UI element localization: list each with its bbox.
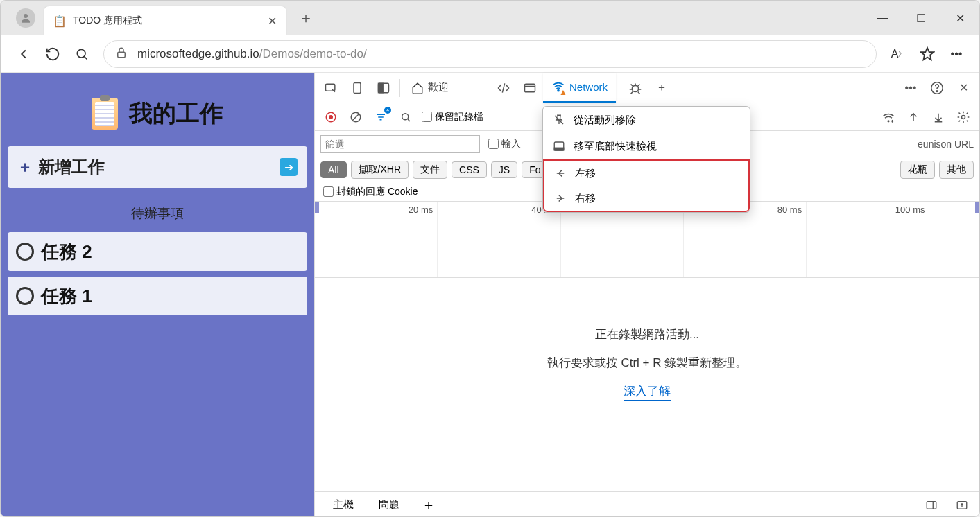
add-task-label: 新增工作 bbox=[38, 156, 280, 178]
address-bar: microsoftedge.github.io/Demos/demo-to-do… bbox=[1, 35, 979, 73]
arrow-right-icon bbox=[554, 192, 567, 204]
titlebar: 📋 TODO 應用程式 ✕ ＋ — ☐ ✕ bbox=[1, 1, 979, 35]
drawer-add-tab[interactable]: ＋ bbox=[412, 496, 445, 514]
profile-avatar[interactable] bbox=[16, 8, 35, 28]
help-button[interactable] bbox=[924, 75, 950, 101]
clipboard-icon: 📋 bbox=[53, 15, 66, 27]
export-har-button[interactable] bbox=[927, 105, 950, 129]
svg-point-16 bbox=[888, 121, 889, 122]
tab-bug[interactable] bbox=[622, 75, 648, 101]
svg-rect-3 bbox=[326, 84, 335, 91]
type-all[interactable]: All bbox=[320, 161, 347, 178]
search-button[interactable] bbox=[67, 40, 96, 69]
tab-welcome[interactable]: 歡迎 bbox=[403, 73, 457, 103]
add-task-input[interactable]: ＋ 新增工作 ➜ bbox=[8, 146, 307, 188]
filter-toggle-button[interactable]: × bbox=[369, 105, 393, 129]
preserve-log-checkbox[interactable]: 保留記錄檔 bbox=[419, 111, 486, 123]
dock-bottom-icon bbox=[553, 140, 565, 152]
svg-rect-4 bbox=[354, 82, 361, 93]
inspect-element-button[interactable] bbox=[318, 75, 344, 101]
close-devtools-button[interactable]: ✕ bbox=[950, 75, 977, 101]
import-har-button[interactable] bbox=[902, 105, 925, 129]
devtools-panel: 歡迎 ▲ Network ＋ ••• ✕ × 保留記錄檔 bbox=[314, 73, 979, 517]
favorite-button[interactable] bbox=[913, 40, 942, 69]
timeline-handle-right[interactable] bbox=[975, 202, 979, 213]
task-radio-icon[interactable] bbox=[16, 287, 34, 305]
minimize-button[interactable]: — bbox=[863, 1, 902, 35]
device-toggle-button[interactable] bbox=[344, 75, 370, 101]
back-button[interactable] bbox=[9, 40, 38, 69]
task-name: 任務 2 bbox=[41, 240, 92, 264]
clear-button[interactable] bbox=[344, 105, 368, 129]
refresh-button[interactable] bbox=[38, 40, 67, 69]
svg-point-1 bbox=[77, 49, 85, 58]
window-controls: — ☐ ✕ bbox=[863, 1, 979, 35]
type-other[interactable]: 其他 bbox=[939, 161, 974, 179]
page-header: 我的工作 bbox=[8, 80, 307, 146]
url-text: microsoftedge.github.io/Demos/demo-to-do… bbox=[137, 47, 367, 61]
tab-network[interactable]: ▲ Network bbox=[543, 73, 616, 103]
tab-elements[interactable] bbox=[490, 75, 517, 101]
type-css[interactable]: CSS bbox=[452, 161, 487, 178]
close-tab-button[interactable]: ✕ bbox=[268, 15, 277, 28]
blocked-cookies-checkbox[interactable]: 封鎖的回應 Cookie bbox=[320, 186, 420, 198]
drawer-tab-host[interactable]: 主機 bbox=[320, 492, 366, 518]
more-tools-button[interactable]: ••• bbox=[897, 75, 924, 101]
devtools-tabbar: 歡迎 ▲ Network ＋ ••• ✕ bbox=[315, 73, 979, 103]
search-network-button[interactable] bbox=[394, 105, 418, 129]
ctx-move-right[interactable]: 右移 bbox=[543, 186, 750, 212]
clipboard-logo-icon bbox=[92, 98, 118, 130]
maximize-button[interactable]: ☐ bbox=[902, 1, 940, 35]
settings-gear-button[interactable] bbox=[952, 105, 975, 129]
tab-console[interactable] bbox=[517, 75, 543, 101]
dock-side-button[interactable] bbox=[370, 75, 397, 101]
browser-tab[interactable]: 📋 TODO 應用程式 ✕ bbox=[44, 6, 286, 35]
learn-more-link[interactable]: 深入了解 bbox=[624, 383, 671, 401]
add-tab-button[interactable]: ＋ bbox=[648, 75, 675, 101]
type-js[interactable]: JS bbox=[491, 161, 517, 178]
plus-icon: ＋ bbox=[17, 157, 33, 177]
task-item[interactable]: 任務 2 bbox=[8, 232, 307, 271]
type-vase[interactable]: 花瓶 bbox=[900, 161, 935, 179]
invert-checkbox[interactable]: 輸入 bbox=[485, 138, 524, 150]
read-aloud-button[interactable]: A》 bbox=[884, 40, 913, 69]
cutoff-text: eunison URL bbox=[918, 139, 974, 150]
more-button[interactable]: ••• bbox=[942, 40, 971, 69]
svg-rect-7 bbox=[525, 84, 535, 92]
svg-point-0 bbox=[24, 14, 28, 18]
network-empty-state: 正在錄製網路活動... 執行要求或按 Ctrl + R 錄製重新整理。 深入了解 bbox=[315, 278, 979, 491]
todo-section-label: 待辦事項 bbox=[8, 204, 307, 222]
unpin-icon bbox=[553, 114, 565, 126]
filter-input[interactable] bbox=[320, 135, 480, 153]
svg-rect-6 bbox=[379, 83, 384, 92]
submit-task-button[interactable]: ➜ bbox=[280, 158, 298, 176]
new-tab-button[interactable]: ＋ bbox=[293, 6, 318, 30]
svg-point-11 bbox=[936, 90, 937, 91]
task-item[interactable]: 任務 1 bbox=[8, 277, 307, 315]
drawer-expand-button[interactable] bbox=[950, 493, 974, 517]
svg-rect-21 bbox=[554, 148, 564, 150]
recording-hint: 執行要求或按 Ctrl + R 錄製重新整理。 bbox=[547, 355, 748, 371]
network-conditions-button[interactable] bbox=[877, 105, 900, 129]
svg-point-13 bbox=[329, 115, 333, 119]
ctx-move-bottom[interactable]: 移至底部快速檢視 bbox=[543, 133, 750, 159]
svg-point-17 bbox=[962, 115, 965, 119]
type-doc[interactable]: 文件 bbox=[413, 161, 447, 179]
drawer-dock-button[interactable] bbox=[920, 493, 943, 517]
devtools-drawer-tabs: 主機 問題 ＋ bbox=[315, 491, 979, 517]
svg-point-9 bbox=[632, 85, 638, 91]
task-radio-icon[interactable] bbox=[16, 243, 34, 261]
record-button[interactable] bbox=[319, 105, 343, 129]
drawer-tab-issues[interactable]: 問題 bbox=[366, 492, 412, 518]
network-timeline[interactable]: 20 ms 40 ms 60 ms 80 ms 100 ms bbox=[315, 202, 979, 278]
lock-icon bbox=[115, 46, 128, 62]
url-input[interactable]: microsoftedge.github.io/Demos/demo-to-do… bbox=[103, 40, 877, 68]
close-window-button[interactable]: ✕ bbox=[940, 1, 979, 35]
ctx-unpin[interactable]: 從活動列移除 bbox=[543, 107, 750, 133]
todo-app-page: 我的工作 ＋ 新增工作 ➜ 待辦事項 任務 2 任務 1 bbox=[1, 73, 314, 517]
task-name: 任務 1 bbox=[41, 284, 92, 308]
ctx-move-left[interactable]: 左移 bbox=[543, 159, 750, 186]
arrow-left-icon bbox=[554, 167, 567, 179]
svg-rect-18 bbox=[927, 501, 936, 509]
type-fetch[interactable]: 擷取/XHR bbox=[351, 161, 409, 179]
